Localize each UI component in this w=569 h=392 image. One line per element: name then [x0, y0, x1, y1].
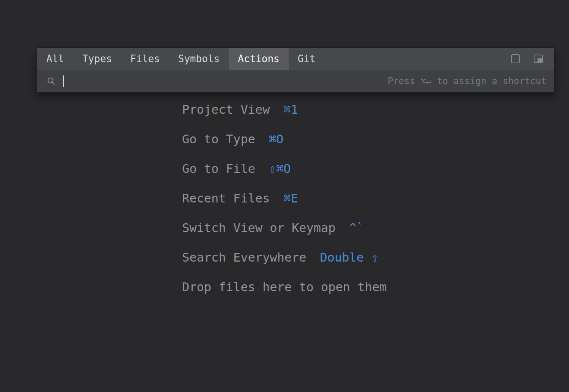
tab-files[interactable]: Files: [121, 48, 169, 70]
tabs-spacer: [325, 48, 511, 70]
hint-shortcut: ⇧⌘O: [269, 162, 291, 176]
tab-git[interactable]: Git: [289, 48, 325, 70]
hint-row-switch-view: Switch View or Keymap ^`: [182, 213, 400, 243]
hint-row-search-everywhere: Search Everywhere Double ⇧: [182, 243, 400, 272]
hint-row-go-to-type: Go to Type ⌘O: [182, 124, 400, 154]
shortcut-hints-list: Project View ⌘1 Go to Type ⌘O Go to File…: [182, 95, 400, 302]
filter-icon[interactable]: [511, 54, 520, 63]
search-bar: Press ⌥↵ to assign a shortcut: [37, 70, 554, 92]
tab-types[interactable]: Types: [73, 48, 121, 70]
hint-shortcut: ⌘E: [283, 191, 298, 205]
hint-shortcut: ⌘1: [283, 102, 298, 117]
hint-shortcut: ⌘O: [269, 132, 284, 146]
search-everywhere-dialog: All Types Files Symbols Actions Git Pres…: [37, 47, 555, 93]
hint-label: Switch View or Keymap: [182, 221, 336, 235]
pin-window-icon[interactable]: [534, 55, 543, 63]
hint-label: Recent Files: [182, 191, 270, 205]
assign-shortcut-hint: Press ⌥↵ to assign a shortcut: [388, 76, 547, 86]
hint-label: Go to File: [182, 162, 255, 176]
search-input[interactable]: [64, 75, 388, 87]
tabs-bar: All Types Files Symbols Actions Git: [37, 48, 554, 70]
search-icon: [47, 77, 55, 85]
hint-label: Project View: [182, 102, 270, 117]
hint-row-recent-files: Recent Files ⌘E: [182, 183, 400, 213]
hint-label: Search Everywhere: [182, 250, 307, 265]
hint-label: Go to Type: [182, 132, 255, 146]
hint-shortcut: Double ⇧: [320, 250, 379, 265]
search-everywhere-screen: All Types Files Symbols Actions Git Pres…: [0, 0, 569, 392]
dialog-tray: [511, 48, 554, 70]
tab-actions[interactable]: Actions: [229, 48, 289, 70]
hint-row-project-view: Project View ⌘1: [182, 95, 400, 124]
tab-symbols[interactable]: Symbols: [169, 48, 229, 70]
hint-shortcut: ^`: [349, 221, 364, 235]
hint-label: Drop files here to open them: [182, 280, 387, 294]
hint-row-go-to-file: Go to File ⇧⌘O: [182, 154, 400, 183]
hint-row-drop-files: Drop files here to open them: [182, 272, 400, 302]
tab-all[interactable]: All: [37, 48, 73, 70]
